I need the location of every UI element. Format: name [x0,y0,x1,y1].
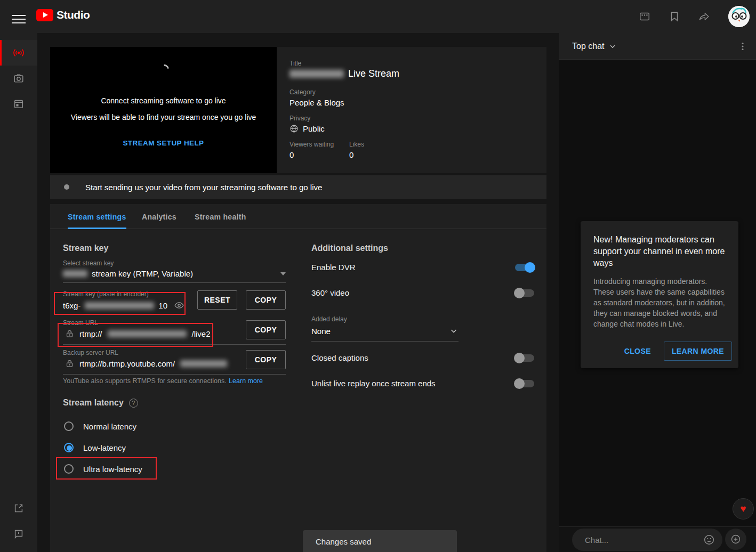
sidebar-item-webcam[interactable] [0,66,37,91]
account-avatar[interactable] [728,6,750,27]
stream-key-field-label: Stream key (paste in encoder) [63,290,149,298]
chat-input-pill [572,529,722,551]
unlist-replay-label: Unlist live replay once stream ends [311,379,436,388]
stream-latency-section-title: Stream latency [63,398,124,408]
camera-icon [13,72,25,84]
likes-label: Likes [349,141,364,148]
sidebar-item-manage[interactable] [0,91,37,117]
copy-backup-url-button[interactable]: COPY [246,350,286,369]
stream-title: Live Stream [289,68,399,79]
promo-learn-more-button[interactable]: LEARN MORE [664,342,732,361]
likes-value: 0 [349,150,353,159]
promo-title: New! Managing moderators can support you… [593,234,726,269]
stream-url-field: rtmp:// /live2 [65,329,211,339]
redacted-stream-url [108,330,187,337]
bookmark-icon[interactable] [669,11,680,22]
promo-body: Introducing managing moderators. These u… [593,276,726,329]
sidebar-item-live-stream[interactable] [0,40,37,66]
radio-normal-latency[interactable]: Normal latency [50,417,263,436]
chat-header: Top chat [559,33,756,60]
globe-icon [289,124,299,133]
youtube-studio-live-dashboard: Studio [0,0,756,552]
create-video-icon[interactable] [639,11,650,22]
360-video-label: 360° video [311,288,349,297]
chevron-down-icon [608,42,617,51]
select-underline [63,282,286,283]
unlist-replay-toggle[interactable] [515,380,534,387]
radio-icon [64,421,74,431]
stream-details-panel: Title Live Stream EDIT Category People &… [277,47,546,173]
brand-text: Studio [57,9,90,21]
video-preview: Connect streaming software to go live Vi… [50,47,277,173]
stream-key-section-title: Stream key [63,243,108,253]
learn-more-link[interactable]: Learn more [229,377,263,385]
added-delay-select[interactable]: None [311,326,459,336]
broadcast-icon [12,46,25,59]
closed-captions-toggle[interactable] [515,354,534,362]
stream-preview-card: Connect streaming software to go live Vi… [50,47,546,173]
select-stream-key-label: Select stream key [63,259,114,267]
event-calendar-icon [13,98,25,110]
radio-ultra-low-latency[interactable]: Ultra low-latency [50,459,263,478]
eye-icon[interactable] [174,300,184,311]
copy-stream-key-button[interactable]: COPY [246,290,286,310]
heart-reaction-button[interactable]: ♥ [733,498,754,519]
feedback-icon [13,528,25,540]
help-icon[interactable]: ? [129,399,138,408]
360-video-toggle[interactable] [515,289,534,297]
youtube-studio-logo[interactable]: Studio [36,9,90,21]
chat-input-row [559,526,756,552]
left-sidebar [0,33,37,552]
privacy-value: Public [303,124,325,133]
closed-captions-label: Closed captions [311,353,368,362]
changes-saved-toast: Changes saved [303,530,457,552]
tab-stream-health[interactable]: Stream health [195,204,246,229]
youtube-play-icon [36,9,53,21]
redacted-key-name [63,270,87,277]
preview-connect-text: Connect streaming software to go live [50,96,277,105]
stream-settings-card: Stream settings Analytics Stream health … [50,204,546,552]
stream-key-select[interactable]: stream key (RTMP, Variable) [63,269,286,278]
moderators-promo-card: New! Managing moderators can support you… [581,221,738,368]
top-bar: Studio [0,0,756,33]
category-value: People & Blogs [289,98,344,107]
additional-settings-title: Additional settings [311,243,388,253]
promo-close-button[interactable]: CLOSE [617,342,658,360]
lock-icon [65,329,74,339]
redacted-stream-key [85,302,154,309]
title-label: Title [289,60,301,67]
enable-dvr-toggle[interactable] [515,264,534,271]
status-dot-icon [64,184,69,190]
stream-setup-help-link[interactable]: STREAM SETUP HELP [50,139,277,147]
viewers-waiting-value: 0 [289,150,294,159]
chat-add-button[interactable] [725,529,746,550]
sidebar-item-feedback[interactable] [0,521,37,547]
share-icon[interactable] [698,11,710,22]
stream-url-underline [63,344,286,345]
lock-icon [65,359,74,369]
menu-icon[interactable] [12,12,26,22]
backup-url-label: Backup server URL [63,349,118,356]
reset-button[interactable]: RESET [197,290,237,310]
redacted-channel-name [289,70,344,78]
radio-selected-icon [64,443,74,452]
chat-input[interactable] [572,535,703,545]
category-label: Category [289,88,316,96]
added-delay-underline [311,341,459,342]
backup-url-field: rtmp://b.rtmp.youtube.com/ [65,359,227,369]
copy-stream-url-button[interactable]: COPY [246,320,286,339]
plus-icon [730,534,741,545]
chat-menu-kebab-icon[interactable] [737,40,749,52]
backup-url-underline [63,374,286,375]
top-chat-dropdown[interactable]: Top chat [572,42,617,51]
radio-low-latency[interactable]: Low-latency [50,438,263,457]
external-link-icon [13,502,25,514]
chevron-down-icon [449,326,459,336]
tab-stream-settings[interactable]: Stream settings [68,204,126,229]
privacy-label: Privacy [289,115,310,122]
sidebar-item-open-external[interactable] [0,496,37,521]
tab-analytics[interactable]: Analytics [142,204,176,229]
stream-status-bar: Start sending us your video from your st… [50,175,546,199]
loading-spinner-icon [158,63,171,76]
emoji-icon[interactable] [703,534,715,546]
